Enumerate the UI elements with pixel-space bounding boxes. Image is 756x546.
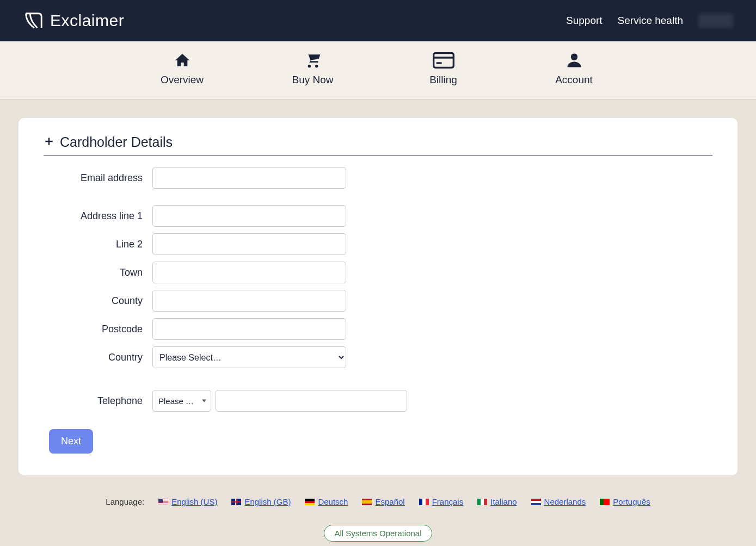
- lang-en-us[interactable]: English (US): [158, 497, 217, 506]
- system-status-badge[interactable]: All Systems Operational: [324, 525, 432, 542]
- nav-tab-billing[interactable]: Billing: [419, 51, 468, 86]
- credit-card-icon: [433, 51, 454, 70]
- addr2-label: Line 2: [44, 239, 152, 250]
- flag-es-icon: [362, 499, 372, 505]
- nav-tab-account[interactable]: Account: [550, 51, 599, 86]
- flag-de-icon: [305, 499, 315, 505]
- brand-logo[interactable]: Exclaimer: [23, 10, 124, 31]
- cardholder-details-card: Cardholder Details Email address Address…: [19, 118, 737, 475]
- nav-label: Buy Now: [292, 74, 333, 86]
- plus-icon: [44, 136, 54, 149]
- addr1-label: Address line 1: [44, 210, 152, 222]
- flag-nl-icon: [531, 499, 541, 505]
- telephone-label: Telephone: [44, 395, 152, 407]
- postcode-field[interactable]: [152, 318, 346, 340]
- svg-point-3: [570, 54, 577, 61]
- main-nav: Overview Buy Now Billing Account: [0, 41, 756, 100]
- town-label: Town: [44, 267, 152, 278]
- lang-it[interactable]: Italiano: [477, 497, 517, 506]
- service-health-link[interactable]: Service health: [618, 15, 683, 27]
- svg-rect-0: [433, 53, 453, 68]
- country-label: Country: [44, 352, 152, 363]
- county-label: County: [44, 295, 152, 307]
- lang-text: Deutsch: [318, 497, 348, 506]
- telephone-code-select[interactable]: Please …: [152, 390, 211, 412]
- nav-label: Overview: [161, 74, 204, 86]
- nav-label: Account: [555, 74, 593, 86]
- nav-tab-overview[interactable]: Overview: [158, 51, 207, 86]
- telephone-number-field[interactable]: [216, 390, 407, 412]
- telephone-code-placeholder: Please …: [158, 396, 194, 406]
- nav-tab-buynow[interactable]: Buy Now: [288, 51, 337, 86]
- home-icon: [173, 51, 192, 70]
- header-right: Support Service health: [566, 14, 733, 28]
- lang-text: Português: [613, 497, 650, 506]
- exclaimer-logo-icon: [23, 10, 44, 31]
- support-link[interactable]: Support: [566, 15, 603, 27]
- flag-it-icon: [477, 499, 487, 505]
- lang-text: Español: [375, 497, 404, 506]
- language-row: Language: English (US) English (GB) Deut…: [19, 497, 737, 506]
- lang-es[interactable]: Español: [362, 497, 404, 506]
- next-button[interactable]: Next: [49, 429, 93, 454]
- lang-text: Nederlands: [544, 497, 586, 506]
- content-area: Cardholder Details Email address Address…: [0, 100, 756, 546]
- language-label: Language:: [106, 497, 144, 506]
- email-field[interactable]: [152, 167, 346, 189]
- town-field[interactable]: [152, 262, 346, 283]
- county-field[interactable]: [152, 290, 346, 312]
- brand-name: Exclaimer: [50, 11, 124, 30]
- flag-gb-icon: [231, 499, 241, 505]
- lang-text: Italiano: [490, 497, 517, 506]
- app-header: Exclaimer Support Service health: [0, 0, 756, 41]
- postcode-label: Postcode: [44, 324, 152, 335]
- lang-de[interactable]: Deutsch: [305, 497, 348, 506]
- panel-title: Cardholder Details: [60, 134, 173, 150]
- panel-header[interactable]: Cardholder Details: [44, 134, 712, 156]
- email-label: Email address: [44, 172, 152, 184]
- lang-text: English (GB): [244, 497, 291, 506]
- nav-label: Billing: [429, 74, 457, 86]
- lang-text: Français: [432, 497, 464, 506]
- user-icon: [566, 51, 582, 70]
- header-user-placeholder: [698, 14, 733, 28]
- footer: Language: English (US) English (GB) Deut…: [19, 475, 737, 546]
- flag-fr-icon: [419, 499, 429, 505]
- lang-pt[interactable]: Português: [600, 497, 650, 506]
- flag-pt-icon: [600, 499, 610, 505]
- cart-icon: [303, 51, 323, 70]
- lang-en-gb[interactable]: English (GB): [231, 497, 291, 506]
- lang-nl[interactable]: Nederlands: [531, 497, 586, 506]
- lang-fr[interactable]: Français: [419, 497, 464, 506]
- flag-us-icon: [158, 499, 168, 505]
- lang-text: English (US): [171, 497, 217, 506]
- country-select[interactable]: Please Select…: [152, 346, 346, 368]
- address-line1-field[interactable]: [152, 205, 346, 227]
- address-line2-field[interactable]: [152, 233, 346, 255]
